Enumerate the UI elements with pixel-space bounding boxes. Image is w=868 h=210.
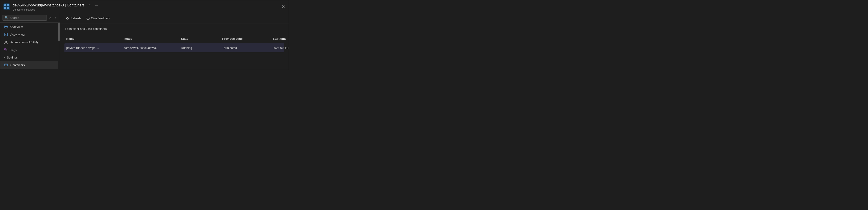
table-header-name: Name	[64, 36, 122, 41]
svg-point-6	[5, 26, 7, 27]
cell-previous-state: Terminated	[220, 44, 271, 52]
svg-rect-4	[7, 7, 9, 9]
sidebar-item-label-activity-log: Activity log	[10, 33, 25, 36]
sidebar-scroll-thumb	[58, 23, 60, 41]
content-body: 1 container and 0 init containers Name I…	[60, 23, 289, 70]
svg-rect-1	[4, 4, 6, 6]
containers-table: Name Image State Previous state Start ti…	[64, 34, 284, 52]
toolbar: Refresh Give feedback	[60, 13, 289, 23]
refresh-icon	[66, 16, 69, 20]
title-bar-text: dev-w4x2rkxvcudpw-instance-0 | Container…	[12, 2, 281, 11]
settings-section-label: Settings	[7, 56, 18, 59]
iam-icon	[4, 40, 8, 44]
cell-state: Running	[179, 44, 220, 52]
svg-point-10	[5, 41, 7, 42]
refresh-label: Refresh	[70, 17, 81, 20]
main-window: dev-w4x2rkxvcudpw-instance-0 | Container…	[0, 0, 289, 70]
close-button[interactable]: ✕	[281, 3, 286, 10]
give-feedback-button[interactable]: Give feedback	[84, 15, 112, 21]
tags-icon	[4, 48, 8, 52]
feedback-label: Give feedback	[91, 17, 110, 20]
title-bar-actions: ✕	[281, 3, 286, 10]
title-bar-main: dev-w4x2rkxvcudpw-instance-0 | Container…	[12, 2, 281, 8]
search-bar: 🔍 ✕ «	[0, 13, 60, 23]
sidebar-item-label-tags: Tags	[10, 49, 17, 52]
search-bar-actions: ✕ «	[48, 16, 57, 20]
search-wrapper: 🔍	[2, 15, 47, 21]
sidebar-item-iam[interactable]: Access control (IAM)	[0, 38, 58, 46]
table-header-state: State	[179, 36, 220, 41]
sidebar-item-label-overview: Overview	[10, 25, 23, 28]
settings-section-header[interactable]: ∨ Settings	[0, 54, 58, 61]
refresh-button[interactable]: Refresh	[64, 15, 83, 21]
sidebar-scrollbar[interactable]	[58, 23, 60, 70]
overview-icon	[4, 25, 8, 29]
settings-chevron: ∨	[4, 56, 5, 59]
sidebar-item-overview[interactable]: Overview	[0, 23, 58, 31]
window-subtitle: Container instances	[12, 8, 281, 11]
containers-icon	[4, 63, 8, 67]
favorite-button[interactable]: ☆	[87, 2, 92, 8]
cell-name: private-runner-devops-...	[64, 44, 122, 52]
sidebar-scroll-area: Overview Activity log	[0, 23, 60, 70]
table-row[interactable]: private-runner-devops-... acrdevw4x2rkxv…	[64, 43, 284, 52]
cell-start-time: 2024-09-11T06:52:54.32...	[271, 44, 289, 52]
sidebar-item-tags[interactable]: Tags	[0, 46, 58, 54]
sidebar-item-label-iam: Access control (IAM)	[10, 41, 38, 44]
sidebar: 🔍 ✕ «	[0, 13, 60, 70]
sidebar-item-containers[interactable]: Containers	[0, 61, 58, 69]
collapse-sidebar-button[interactable]: «	[54, 16, 57, 20]
table-header-image: Image	[122, 36, 179, 41]
svg-rect-0	[3, 3, 10, 10]
svg-rect-3	[4, 7, 6, 9]
table-header-start-time: Start time	[271, 36, 289, 41]
content-area: Refresh Give feedback 1 container and 0 …	[60, 13, 289, 70]
search-input[interactable]	[10, 16, 45, 20]
sidebar-item-label-containers: Containers	[10, 63, 25, 67]
sidebar-nav: Overview Activity log	[0, 23, 58, 70]
main-content: 🔍 ✕ «	[0, 13, 289, 70]
table-header-previous-state: Previous state	[220, 36, 271, 41]
cell-image: acrdevw4x2rkxvcudpw.a...	[122, 44, 179, 52]
window-title: dev-w4x2rkxvcudpw-instance-0 | Container…	[12, 3, 85, 7]
feedback-icon	[87, 16, 90, 20]
clear-search-button[interactable]: ✕	[48, 16, 53, 20]
svg-point-11	[5, 49, 5, 50]
title-bar: dev-w4x2rkxvcudpw-instance-0 | Container…	[0, 0, 289, 13]
sidebar-item-activity-log[interactable]: Activity log	[0, 31, 58, 38]
table-header: Name Image State Previous state Start ti…	[64, 34, 284, 43]
more-options-button[interactable]: ···	[94, 2, 99, 8]
app-logo	[3, 3, 10, 10]
svg-rect-7	[4, 33, 7, 36]
search-icon: 🔍	[5, 16, 8, 20]
activity-log-icon	[4, 32, 8, 36]
svg-rect-2	[7, 4, 9, 6]
summary-text: 1 container and 0 init containers	[64, 27, 284, 31]
